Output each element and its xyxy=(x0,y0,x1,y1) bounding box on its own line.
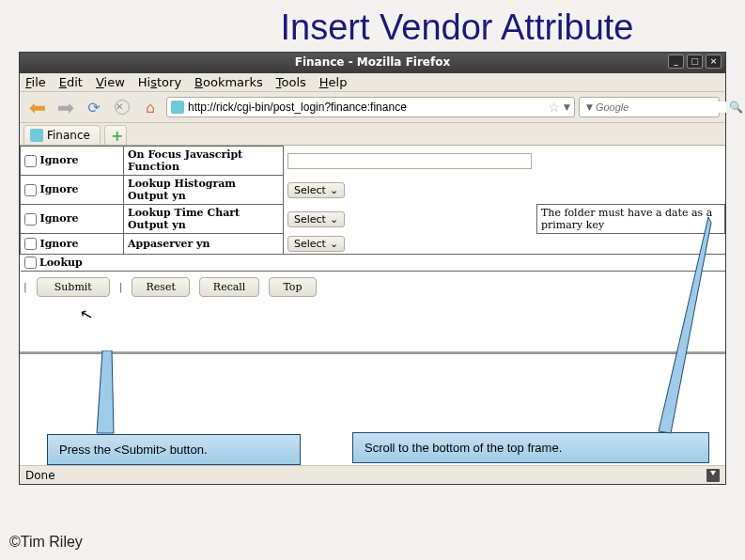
ignore-checkbox[interactable] xyxy=(24,184,37,196)
callout-text: Press the <Submit> button. xyxy=(59,443,208,457)
search-bar[interactable]: ▼ 🔍 xyxy=(579,97,720,117)
page-content: Ignore On Focus Javascript Function Igno… xyxy=(20,146,725,352)
new-tab-button[interactable]: + xyxy=(104,125,127,145)
navigation-toolbar: ⬅ ➡ ⟳ ✕ ⌂ ☆ ▼ ▼ 🔍 xyxy=(20,92,725,123)
svg-marker-0 xyxy=(97,350,114,433)
url-bar[interactable]: ☆ ▼ xyxy=(166,97,575,117)
histogram-select[interactable]: Select ⌄ xyxy=(287,182,345,198)
stop-icon[interactable]: ✕ xyxy=(110,96,134,118)
row-label: Appaserver yn xyxy=(124,234,284,255)
ignore-label: Ignore xyxy=(40,212,79,225)
svg-marker-1 xyxy=(659,217,711,433)
window-titlebar: Finance - Mozilla Firefox _ □ × xyxy=(20,53,725,73)
menu-help[interactable]: Help xyxy=(319,75,348,89)
browser-window: Finance - Mozilla Firefox _ □ × File Edi… xyxy=(19,52,726,485)
window-title: Finance - Mozilla Firefox xyxy=(295,55,450,69)
ignore-checkbox[interactable] xyxy=(24,155,37,167)
close-button[interactable]: × xyxy=(706,54,722,69)
bookmark-star-icon[interactable]: ☆ xyxy=(549,100,561,115)
ignore-label: Ignore xyxy=(40,183,79,195)
chevron-down-icon: ⌄ xyxy=(330,238,338,250)
download-icon[interactable] xyxy=(706,469,720,482)
search-input[interactable] xyxy=(596,101,726,113)
tab-finance[interactable]: Finance xyxy=(23,125,101,145)
submit-button[interactable]: Submit xyxy=(37,277,110,297)
top-button[interactable]: Top xyxy=(269,277,316,297)
forward-icon[interactable]: ➡ xyxy=(54,96,78,118)
chevron-down-icon: ⌄ xyxy=(330,213,338,226)
menu-edit[interactable]: Edit xyxy=(59,75,83,89)
ignore-checkbox[interactable] xyxy=(24,238,37,250)
callout-scroll: Scroll to the bottom of the top frame. xyxy=(352,432,709,463)
copyright: ©Tim Riley xyxy=(9,534,83,551)
ignore-label: Ignore xyxy=(40,238,79,250)
tab-bar: Finance + xyxy=(20,123,725,146)
lookup-label: Lookup xyxy=(39,257,83,269)
reset-button[interactable]: Reset xyxy=(132,277,189,297)
favicon-icon xyxy=(171,101,184,114)
maximize-button[interactable]: □ xyxy=(687,54,703,69)
recall-button[interactable]: Recall xyxy=(199,277,260,297)
url-history-dropdown-icon[interactable]: ▼ xyxy=(564,102,570,112)
home-icon[interactable]: ⌂ xyxy=(138,96,163,118)
ignore-checkbox[interactable] xyxy=(24,213,37,226)
slide-title: Insert Vendor Attribute xyxy=(0,0,745,52)
status-bar: Done xyxy=(20,465,725,484)
search-icon[interactable]: 🔍 xyxy=(729,101,743,114)
tab-favicon-icon xyxy=(30,129,43,142)
js-function-input[interactable] xyxy=(287,153,532,169)
reload-icon[interactable]: ⟳ xyxy=(82,96,106,118)
back-icon[interactable]: ⬅ xyxy=(25,96,50,118)
url-input[interactable] xyxy=(188,101,545,114)
button-row: | Submit | Reset Recall Top xyxy=(20,272,725,303)
menu-tools[interactable]: Tools xyxy=(276,75,306,89)
callout-submit: Press the <Submit> button. xyxy=(47,434,301,465)
menu-history[interactable]: History xyxy=(138,75,181,89)
ignore-label: Ignore xyxy=(40,154,79,166)
row-label: On Focus Javascript Function xyxy=(124,147,284,176)
minimize-button[interactable]: _ xyxy=(668,54,684,69)
lookup-checkbox[interactable] xyxy=(24,257,37,269)
menu-view[interactable]: View xyxy=(96,75,125,89)
form-table: Ignore On Focus Javascript Function Igno… xyxy=(20,146,725,272)
chevron-down-icon: ⌄ xyxy=(330,184,338,196)
status-text: Done xyxy=(25,469,55,482)
row-label: Lookup Time Chart Output yn xyxy=(124,205,284,234)
callout-text: Scroll to the bottom of the top frame. xyxy=(365,441,562,455)
row-label: Lookup Histogram Output yn xyxy=(124,176,284,205)
menu-bookmarks[interactable]: Bookmarks xyxy=(194,75,263,89)
search-engine-dropdown-icon[interactable]: ▼ xyxy=(586,102,593,112)
menu-file[interactable]: File xyxy=(25,75,46,89)
timechart-select[interactable]: Select ⌄ xyxy=(287,211,345,227)
menubar: File Edit View History Bookmarks Tools H… xyxy=(20,73,725,92)
appaserver-select[interactable]: Select ⌄ xyxy=(287,236,345,252)
tab-label: Finance xyxy=(47,129,90,142)
